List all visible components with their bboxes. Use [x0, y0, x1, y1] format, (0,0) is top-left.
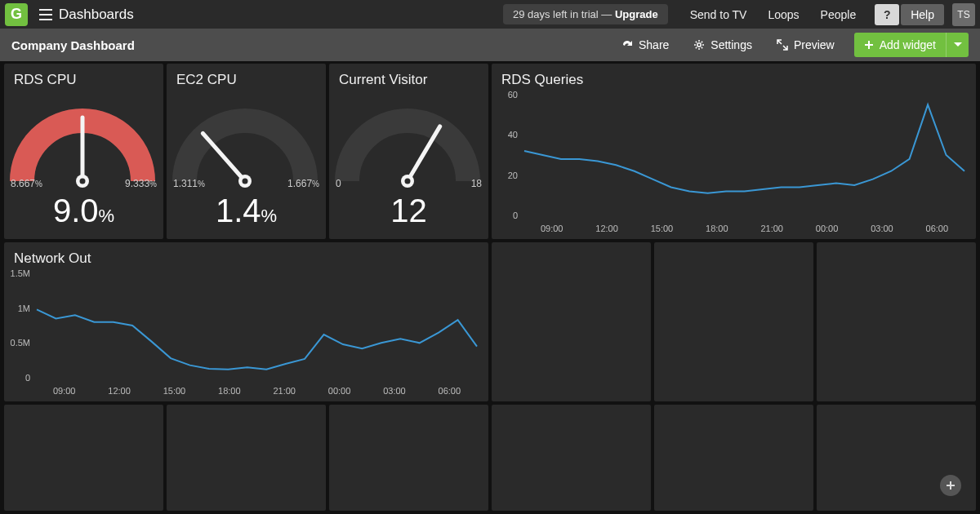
gauge-min: 1.311% [173, 178, 205, 189]
svg-text:0.5M: 0.5M [11, 338, 30, 348]
svg-text:1.5M: 1.5M [11, 268, 30, 278]
empty-widget[interactable] [167, 405, 326, 511]
empty-widget[interactable] [492, 405, 651, 511]
svg-text:18:00: 18:00 [218, 386, 241, 396]
empty-widget[interactable] [817, 405, 976, 511]
user-avatar[interactable]: TS [952, 3, 975, 26]
svg-text:03:00: 03:00 [871, 224, 893, 233]
svg-text:15:00: 15:00 [651, 224, 674, 233]
gauge: 0 18 [329, 91, 488, 189]
widget-ec2-cpu[interactable]: EC2 CPU 1.311% 1.667% 1.4% [167, 64, 326, 239]
empty-widget[interactable] [329, 405, 488, 511]
dashboard-grid: RDS CPU 8.667% 9.333% 9.0% EC2 CPU [4, 64, 976, 511]
svg-text:12:00: 12:00 [595, 224, 618, 233]
widget-visitors[interactable]: Current Visitor 0 18 12 [329, 64, 488, 239]
plus-icon [946, 481, 956, 490]
gauge-value: 1.4% [167, 193, 326, 229]
svg-text:60: 60 [508, 90, 518, 100]
svg-text:40: 40 [508, 130, 518, 140]
gauge-max: 1.667% [287, 178, 319, 189]
top-nav: G Dashboards 29 days left in trial — Upg… [0, 0, 980, 29]
svg-text:18:00: 18:00 [706, 224, 728, 233]
empty-widget[interactable] [817, 242, 976, 401]
gauge-max: 18 [471, 178, 482, 189]
gauge: 8.667% 9.333% [4, 91, 163, 189]
svg-text:03:00: 03:00 [383, 386, 406, 396]
help-button[interactable]: Help [901, 4, 944, 25]
gauge-min: 8.667% [11, 178, 42, 189]
nav-title[interactable]: Dashboards [59, 7, 134, 23]
help-question-button[interactable]: ? [875, 4, 899, 25]
svg-line-4 [203, 133, 245, 181]
empty-widget[interactable] [654, 242, 813, 401]
svg-text:06:00: 06:00 [926, 224, 949, 233]
trial-text: 29 days left in trial — [513, 8, 615, 20]
hamburger-icon[interactable] [39, 9, 52, 20]
trial-banner[interactable]: 29 days left in trial — Upgrade [503, 4, 668, 24]
network-out-chart: 00.5M1M1.5M09:0012:0015:0018:0021:0000:0… [4, 268, 488, 399]
svg-point-3 [80, 179, 86, 184]
settings-label: Settings [710, 38, 752, 51]
widget-title: RDS CPU [4, 64, 163, 90]
svg-point-6 [243, 179, 248, 184]
gear-icon [693, 39, 705, 51]
gauge: 1.311% 1.667% [167, 91, 326, 189]
add-widget-label: Add widget [880, 38, 936, 51]
dashboard-toolbar: Company Dashboard Share Settings Preview… [0, 29, 980, 61]
plus-icon [864, 40, 874, 50]
settings-button[interactable]: Settings [693, 38, 752, 51]
nav-people[interactable]: People [821, 8, 857, 21]
svg-text:20: 20 [508, 171, 518, 180]
widget-rds-cpu[interactable]: RDS CPU 8.667% 9.333% 9.0% [4, 64, 163, 239]
svg-text:12:00: 12:00 [108, 386, 131, 396]
widget-title: EC2 CPU [167, 64, 326, 90]
preview-button[interactable]: Preview [777, 38, 835, 51]
widget-network-out[interactable]: Network Out 00.5M1M1.5M09:0012:0015:0018… [4, 242, 488, 401]
widget-title: Current Visitor [329, 64, 488, 90]
app-logo[interactable]: G [5, 3, 28, 26]
gauge-max: 9.333% [125, 178, 157, 189]
expand-icon [777, 39, 788, 51]
svg-point-0 [697, 43, 701, 47]
gauge-value: 12 [329, 193, 488, 229]
svg-point-9 [405, 179, 411, 184]
add-widget-button[interactable]: Add widget [854, 33, 946, 57]
rds-queries-chart: 020406009:0012:0015:0018:0021:0000:0003:… [492, 90, 976, 237]
nav-loops[interactable]: Loops [768, 8, 799, 21]
share-button[interactable]: Share [621, 38, 669, 51]
empty-widget[interactable] [654, 405, 813, 511]
svg-text:0: 0 [513, 210, 518, 220]
svg-text:09:00: 09:00 [541, 224, 564, 233]
share-icon [621, 39, 633, 51]
svg-text:0: 0 [25, 373, 30, 383]
gauge-value: 9.0% [4, 193, 163, 229]
svg-text:15:00: 15:00 [163, 386, 186, 396]
gauge-min: 0 [336, 178, 341, 189]
caret-down-icon [954, 42, 962, 47]
upgrade-link[interactable]: Upgrade [615, 8, 658, 20]
widget-title: Network Out [4, 242, 488, 268]
dashboard-title: Company Dashboard [11, 38, 135, 52]
svg-text:1M: 1M [18, 304, 30, 313]
widget-rds-queries[interactable]: RDS Queries 020406009:0012:0015:0018:002… [492, 64, 976, 239]
nav-send-to-tv[interactable]: Send to TV [690, 8, 747, 21]
widget-title: RDS Queries [492, 64, 976, 90]
preview-label: Preview [794, 38, 835, 51]
add-widget-dropdown[interactable] [946, 33, 969, 57]
svg-text:21:00: 21:00 [273, 386, 296, 396]
svg-text:00:00: 00:00 [328, 386, 351, 396]
svg-text:00:00: 00:00 [816, 224, 839, 233]
svg-text:21:00: 21:00 [760, 224, 783, 233]
share-label: Share [639, 38, 669, 51]
empty-widget[interactable] [4, 405, 163, 511]
svg-text:09:00: 09:00 [53, 386, 76, 396]
add-widget-fab[interactable] [940, 475, 961, 496]
empty-widget[interactable] [492, 242, 651, 401]
svg-text:06:00: 06:00 [439, 386, 461, 396]
